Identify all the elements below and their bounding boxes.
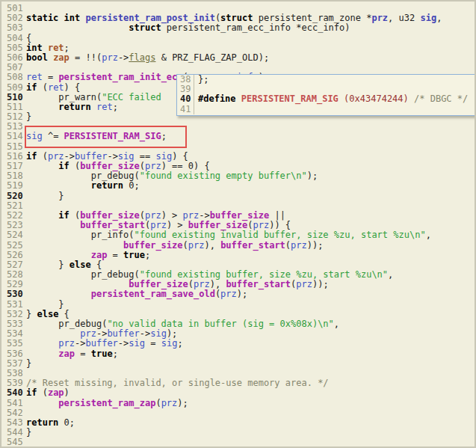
code-token: ;: [113, 102, 118, 112]
line-number[interactable]: 530: [1, 289, 26, 299]
code-token: prz: [102, 52, 118, 63]
code-token: sig: [129, 338, 145, 349]
code-token: buffer_size: [80, 210, 139, 221]
line-number[interactable]: 41: [177, 105, 194, 114]
code-token: }: [26, 191, 64, 201]
code-token: [26, 161, 58, 171]
code-token: prz: [161, 398, 178, 408]
code-line[interactable]: 519 return 0;: [1, 181, 475, 191]
line-number[interactable]: 540: [1, 388, 26, 398]
code-token: prz: [80, 328, 96, 339]
code-token: sig: [420, 13, 436, 23]
code-token: /* DBGC */: [414, 93, 468, 104]
code-line[interactable]: 537}: [1, 359, 475, 369]
code-token: "found existing invalid buffer, size %zu…: [135, 230, 426, 240]
code-line[interactable]: 506bool zap = !!(prz->flags & PRZ_FLAG_Z…: [1, 53, 475, 63]
line-number[interactable]: 524: [1, 230, 26, 240]
code-line[interactable]: 543return 0;: [1, 418, 475, 428]
line-number[interactable]: 519: [1, 181, 26, 191]
code-text: /* Reset missing, invalid, or single-use…: [26, 378, 329, 388]
line-number[interactable]: 545: [1, 438, 26, 447]
line-number[interactable]: 515: [1, 142, 26, 152]
code-token: prz: [145, 161, 161, 171]
line-number[interactable]: 535: [1, 339, 26, 349]
code-line[interactable]: 539/* Reset missing, invalid, or single-…: [1, 378, 475, 388]
code-token: (: [183, 240, 188, 251]
line-number[interactable]: 520: [1, 191, 26, 201]
code-text: }: [26, 112, 31, 122]
code-token: buffer: [75, 151, 107, 162]
code-line[interactable]: 504{: [1, 34, 475, 43]
code-line[interactable]: 514sig ^= PERSISTENT_RAM_SIG;: [1, 132, 475, 141]
code-token: ;: [145, 250, 150, 260]
line-number[interactable]: 510: [1, 93, 26, 102]
code-line[interactable]: 545: [1, 438, 475, 447]
code-token: ->: [118, 52, 129, 63]
code-token: (: [140, 210, 145, 221]
code-token: (: [285, 240, 291, 251]
code-token: ret: [96, 102, 113, 112]
code-text: #define PERSISTENT_RAM_SIG (0x43474244) …: [198, 94, 468, 104]
line-number[interactable]: 531: [1, 300, 26, 310]
line-number[interactable]: 40: [177, 94, 194, 104]
code-line[interactable]: 541 persistent_ram_zap(prz);: [1, 399, 475, 408]
code-token: }: [26, 309, 37, 319]
code-token: [339, 93, 344, 104]
code-token: (: [69, 161, 80, 171]
line-number[interactable]: 514: [1, 132, 26, 141]
line-number[interactable]: 508: [1, 73, 26, 82]
code-text: };: [198, 75, 208, 85]
line-number[interactable]: 537: [1, 359, 26, 369]
code-token: "found existing empty buffer\n": [140, 171, 307, 181]
code-token: =: [43, 72, 59, 82]
code-token: persistent_ram_zap: [58, 398, 155, 408]
code-area[interactable]: 501502static int persistent_ram_post_ini…: [1, 4, 475, 447]
code-line[interactable]: 520 }: [1, 191, 475, 201]
code-line[interactable]: 530 persistent_ram_save_old(prz);: [1, 289, 475, 299]
code-token: buffer: [86, 338, 118, 349]
code-token: PERSISTENT_RAM_SIG: [241, 93, 339, 104]
line-number[interactable]: 526: [1, 251, 26, 260]
code-token: );: [237, 289, 247, 299]
code-token: (: [37, 151, 47, 162]
code-token: ,: [334, 319, 339, 329]
code-token: [26, 250, 91, 260]
code-token: [26, 102, 58, 112]
line-number[interactable]: 503: [1, 23, 26, 33]
line-number[interactable]: 525: [1, 241, 26, 251]
line-number[interactable]: 504: [1, 34, 26, 43]
code-token: sig: [161, 338, 178, 349]
code-token: if: [58, 161, 69, 171]
code-token: ->: [64, 151, 75, 162]
line-number[interactable]: 536: [1, 349, 26, 359]
code-token: [26, 210, 58, 221]
code-token: );: [307, 171, 318, 181]
code-token: ));: [307, 240, 324, 251]
popup-code-line[interactable]: 40#define PERSISTENT_RAM_SIG (0x43474244…: [177, 94, 476, 104]
code-token: 0;: [123, 180, 140, 191]
code-line[interactable]: 531 }: [1, 300, 475, 310]
code-token: struct: [220, 13, 253, 23]
code-text: }: [26, 428, 31, 438]
code-token: (0x43474244): [344, 93, 409, 104]
popup-code-line[interactable]: 41: [177, 105, 476, 114]
code-text: }: [26, 359, 31, 369]
line-number[interactable]: 541: [1, 399, 26, 408]
code-token: };: [198, 74, 208, 85]
code-token: (: [188, 279, 194, 289]
code-token: #define: [198, 93, 241, 104]
code-line[interactable]: 536 zap = true;: [1, 349, 475, 359]
line-number[interactable]: 521: [1, 201, 26, 211]
code-line[interactable]: 544}: [1, 428, 475, 438]
code-token: prz: [188, 240, 205, 251]
code-token: persistent_ram_zone *: [253, 13, 371, 23]
code-line[interactable]: 503 struct persistent_ram_ecc_info *ecc_…: [1, 23, 475, 33]
code-token: [26, 240, 123, 251]
line-number[interactable]: 509: [1, 83, 26, 93]
line-number[interactable]: 505: [1, 43, 26, 53]
popup-code-line[interactable]: 38};: [177, 75, 476, 85]
line-number[interactable]: 542: [1, 408, 26, 418]
code-token: ) {: [172, 151, 188, 162]
code-token: ): [64, 387, 69, 398]
code-text: zap = true;: [26, 349, 118, 359]
